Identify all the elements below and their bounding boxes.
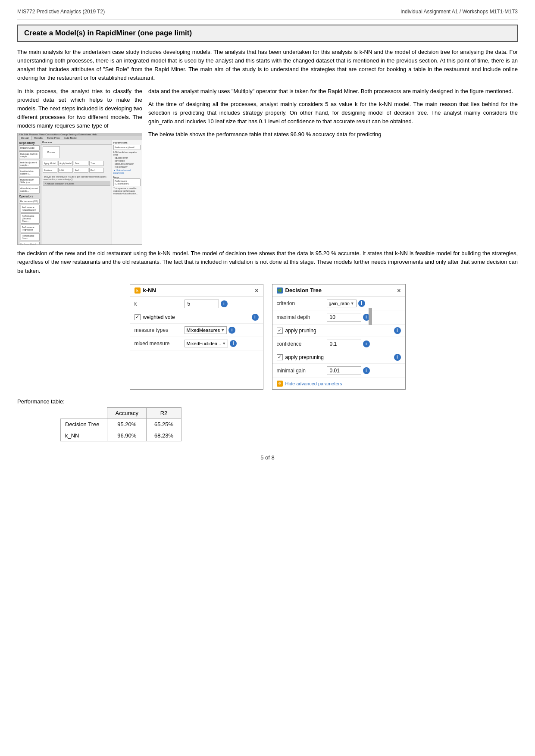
dt-criterion-value: gain_ratio ▼ i [327,300,401,307]
dt-apply-prepruning-label: apply prepruning [285,354,391,360]
knn-weighted-vote-checkbox[interactable] [135,314,141,320]
perf-row-accuracy: 96.90% [107,430,146,441]
header-right: Individual Assignment A1 / Workshops M1T… [400,9,518,15]
dt-criterion-select[interactable]: gain_ratio ▼ [327,300,357,307]
ss-main-area: Process Process Apply Model Apply Model … [41,140,112,244]
dt-apply-prepruning-info[interactable]: i [394,354,401,361]
body-paragraph-1: The main analysis for the undertaken cas… [17,48,518,83]
knn-mixed-measure-value: MixedEuclidea... ▼ i [185,340,259,347]
right-para-1: data and the analyst mainly uses "Multip… [148,87,518,96]
dt-maxdepth-row: maximal depth i [272,310,405,325]
ss-body: Repository Import Code train-data (curre… [18,140,142,244]
dt-apply-pruning-label: apply pruning [285,328,391,334]
knn-weighted-vote-label: weighted vote [143,314,249,320]
knn-param-k: k i [130,297,263,311]
knn-k-value: i [185,300,259,308]
perf-row-r2: 68.23% [146,430,181,441]
performance-table: Accuracy R2 Decision Tree 95.20% 65.25% … [60,407,181,441]
right-para-2: At the time of designing all the process… [148,100,518,126]
knn-mixed-measure-info[interactable]: i [230,340,237,347]
ss-params: Parameters Performance (classif... k-NN/… [112,140,142,244]
dt-apply-prepruning-row: apply prepruning i [272,351,405,364]
dt-maxdepth-label: maximal depth [277,314,324,320]
dt-icon: 🌿 [277,287,283,294]
dt-panel-header: 🌿 Decision Tree × [272,284,405,297]
knn-k-label: k [135,301,182,307]
knn-measure-types-arrow: ▼ [221,328,225,332]
performance-table-label: Performance table: [17,398,518,405]
hide-advanced-icon: ⚙ [277,381,283,387]
knn-measure-types-text: MixedMeasures [187,328,220,333]
dt-maxdepth-value: i [327,313,401,322]
perf-row-name: Decision Tree [61,419,107,430]
dt-criterion-arrow: ▼ [350,301,354,306]
knn-measure-types-label: measure types [135,327,182,333]
knn-panel-header: k k-NN × [130,284,263,297]
knn-mixed-measure-text: MixedEuclidea... [187,341,222,346]
performance-table-section: Performance table: Accuracy R2 Decision … [17,398,518,441]
ss-sidebar: Repository Import Code train-data (curre… [18,140,41,244]
params-panels: k k-NN × k i weighted vote i measure typ… [17,284,518,390]
perf-table-header-row: Accuracy R2 [61,407,181,419]
dt-scrollbar-thumb [369,308,372,325]
hide-advanced-label: Hide advanced parameters [285,381,342,386]
dt-confidence-info[interactable]: i [363,341,370,347]
knn-icon: k [135,287,141,294]
knn-k-info[interactable]: i [221,300,228,307]
knn-measure-types-select[interactable]: MixedMeasures ▼ [185,326,227,334]
page-header: MIS772 Predictive Analytics (2019 T2) In… [17,9,518,15]
knn-k-input[interactable] [185,300,219,308]
perf-table-body: Decision Tree 95.20% 65.25% k_NN 96.90% … [61,419,181,441]
hide-advanced-params[interactable]: ⚙ Hide advanced parameters [272,378,405,389]
knn-mixed-measure-select[interactable]: MixedEuclidea... ▼ [185,340,228,347]
right-para-3: The below table shows the performance ta… [148,130,518,139]
dt-criterion-info[interactable]: i [358,300,365,307]
dt-close[interactable]: × [397,287,400,294]
dt-confidence-label: confidence [277,341,324,347]
perf-row-name: k_NN [61,430,107,441]
knn-close[interactable]: × [255,287,258,294]
perf-col-r2-header: R2 [146,407,181,419]
perf-row-accuracy: 95.20% [107,419,146,430]
dt-confidence-value: i [327,340,401,348]
dt-panel: 🌿 Decision Tree × criterion gain_ratio ▼… [272,284,406,390]
dt-minimal-gain-input[interactable] [327,366,361,375]
knn-panel: k k-NN × k i weighted vote i measure typ… [130,284,263,390]
knn-measure-types-row: measure types MixedMeasures ▼ i [130,324,263,337]
knn-mixed-measure-arrow: ▼ [222,341,226,346]
dt-criterion-row: criterion gain_ratio ▼ i [272,297,405,310]
dt-minimal-gain-value: i [327,366,401,375]
perf-row-r2: 65.25% [146,419,181,430]
screenshot-col: In this process, the analyst tries to cl… [17,87,142,245]
dt-confidence-input[interactable] [327,340,361,348]
knn-weighted-vote-info[interactable]: i [252,314,259,321]
perf-col-name-header [61,407,107,419]
dt-apply-pruning-row: apply pruning i [272,325,405,337]
dt-criterion-text: gain_ratio [329,301,350,306]
knn-measure-types-info[interactable]: i [228,327,235,334]
dt-title: Decision Tree [285,287,322,294]
knn-measure-types-value: MixedMeasures ▼ i [185,326,259,334]
dt-criterion-label: criterion [277,300,324,306]
dt-apply-prepruning-checkbox[interactable] [277,354,283,360]
knn-mixed-measure-label: mixed measure [135,341,182,347]
dt-minimal-gain-label: minimal gain [277,368,324,374]
knn-mixed-measure-row: mixed measure MixedEuclidea... ▼ i [130,337,263,350]
dt-apply-pruning-info[interactable]: i [394,327,401,334]
body-paragraph-2: In this process, the analyst tries to cl… [17,87,142,131]
two-col-section: In this process, the analyst tries to cl… [17,87,518,245]
page-number: 5 of 8 [17,454,518,461]
rapidminer-screenshot: File Edit Process View Connections Group… [17,133,142,245]
text-col: data and the analyst mainly uses "Multip… [148,87,518,245]
dt-minimal-gain-row: minimal gain i [272,364,405,378]
knn-panel-spacer [130,350,263,376]
header-left: MIS772 Predictive Analytics (2019 T2) [17,9,105,15]
section-title: Create a Model(s) in RapidMiner (one pag… [17,25,518,42]
dt-confidence-row: confidence i [272,337,405,351]
dt-minimal-gain-info[interactable]: i [363,367,370,374]
knn-weighted-vote-row: weighted vote i [130,311,263,324]
ss-toolbar-2: Design Results Turbo Prep Auto Model [18,136,142,140]
dt-maxdepth-input[interactable] [327,313,361,322]
dt-apply-pruning-checkbox[interactable] [277,328,283,334]
body-paragraph-after: the decision of the new and the old rest… [17,249,518,275]
